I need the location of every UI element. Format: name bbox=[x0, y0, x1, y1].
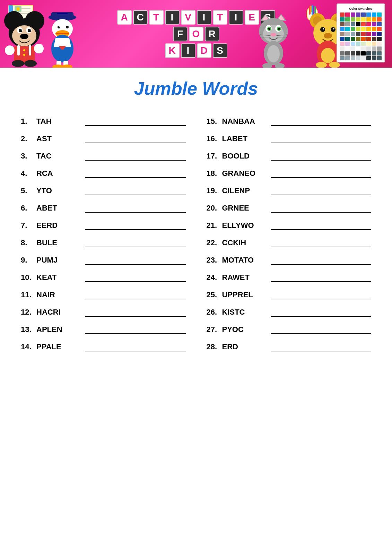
letter-C: C bbox=[133, 10, 148, 25]
svg-point-87 bbox=[321, 48, 335, 63]
word-number: 5. bbox=[21, 186, 36, 195]
answer-line bbox=[85, 177, 186, 178]
svg-point-81 bbox=[320, 27, 325, 32]
word-number: 17. bbox=[207, 152, 222, 161]
answer-line bbox=[271, 351, 372, 351]
word-number: 10. bbox=[21, 273, 36, 282]
svg-point-32 bbox=[24, 60, 37, 67]
word-text: TAC bbox=[36, 152, 81, 161]
list-item: 9. PUMJ bbox=[21, 251, 186, 269]
word-text: ABET bbox=[36, 204, 81, 213]
list-item: 6. ABET bbox=[21, 199, 186, 217]
color-palette-decoration: Color Swatches bbox=[337, 3, 385, 62]
word-text: MOTATO bbox=[222, 256, 267, 265]
list-item: 26. KISTC bbox=[207, 304, 372, 321]
answer-line bbox=[271, 160, 372, 161]
list-item: 10. KEAT bbox=[21, 269, 186, 286]
list-item: 8. BULE bbox=[21, 234, 186, 251]
list-item: 3. TAC bbox=[21, 147, 186, 165]
word-number: 27. bbox=[207, 325, 222, 334]
word-text: UPPREL bbox=[222, 290, 267, 299]
answer-line bbox=[85, 281, 186, 282]
word-text: BOOLD bbox=[222, 152, 267, 161]
answer-line bbox=[85, 333, 186, 334]
list-item: 16. LABET bbox=[207, 130, 372, 147]
words-left-column: 1. TAH 2. AST 3. TAC 4. RCA 5. YTO 6. AB… bbox=[21, 113, 186, 356]
mickey-mouse-character bbox=[3, 5, 45, 68]
answer-line bbox=[85, 247, 186, 247]
letter-S2: S bbox=[213, 43, 227, 58]
word-text: ERD bbox=[222, 342, 267, 351]
word-text: CCKIH bbox=[222, 238, 267, 247]
word-number: 6. bbox=[21, 204, 36, 213]
letter-T2: T bbox=[213, 10, 227, 25]
list-item: 7. EERD bbox=[21, 217, 186, 234]
word-text: PPALE bbox=[36, 342, 81, 351]
list-item: 4. RCA bbox=[21, 165, 186, 182]
word-text: EERD bbox=[36, 221, 81, 230]
word-number: 9. bbox=[21, 256, 36, 265]
answer-line bbox=[85, 316, 186, 317]
svg-point-83 bbox=[323, 28, 324, 29]
list-item: 13. APLEN bbox=[21, 321, 186, 338]
letter-I2: I bbox=[197, 10, 211, 25]
word-number: 1. bbox=[21, 117, 36, 126]
svg-point-22 bbox=[28, 29, 31, 32]
answer-line bbox=[271, 125, 372, 126]
word-number: 16. bbox=[207, 134, 222, 143]
list-item: 22. CCKIH bbox=[207, 234, 372, 251]
word-number: 2. bbox=[21, 134, 36, 143]
svg-point-46 bbox=[59, 26, 60, 27]
words-grid: 1. TAH 2. AST 3. TAC 4. RCA 5. YTO 6. AB… bbox=[21, 113, 371, 356]
list-item: 25. UPPREL bbox=[207, 286, 372, 304]
word-text: PUMJ bbox=[36, 256, 81, 265]
svg-rect-27 bbox=[17, 45, 20, 56]
word-text: KISTC bbox=[222, 308, 267, 317]
word-number: 15. bbox=[207, 117, 222, 126]
list-item: 20. GRNEE bbox=[207, 199, 372, 217]
tom-character bbox=[253, 12, 291, 68]
answer-line bbox=[85, 351, 186, 351]
word-number: 13. bbox=[21, 325, 36, 334]
list-item: 28. ERD bbox=[207, 338, 372, 356]
svg-point-25 bbox=[20, 34, 28, 39]
header-title-block: A C T I V I T I E S F O R K I D S bbox=[117, 10, 275, 58]
word-text: ELLYWO bbox=[222, 221, 267, 230]
word-number: 20. bbox=[207, 204, 222, 213]
list-item: 27. PYOC bbox=[207, 321, 372, 338]
words-right-column: 15. NANBAA 16. LABET 17. BOOLD 18. GRANE… bbox=[207, 113, 372, 356]
answer-line bbox=[85, 212, 186, 213]
list-item: 2. AST bbox=[21, 130, 186, 147]
letter-T: T bbox=[149, 10, 164, 25]
svg-point-24 bbox=[30, 29, 31, 31]
answer-line bbox=[85, 160, 186, 161]
word-number: 21. bbox=[207, 221, 222, 230]
list-item: 21. ELLYWO bbox=[207, 217, 372, 234]
answer-line bbox=[271, 212, 372, 213]
word-number: 25. bbox=[207, 290, 222, 299]
svg-point-85 bbox=[324, 33, 332, 39]
donald-duck-character bbox=[45, 9, 80, 68]
letter-D: D bbox=[197, 43, 211, 58]
answer-line bbox=[271, 316, 372, 317]
word-text: KEAT bbox=[36, 273, 81, 282]
svg-point-21 bbox=[19, 29, 22, 32]
list-item: 5. YTO bbox=[21, 182, 186, 199]
word-text: RAWET bbox=[222, 273, 267, 282]
svg-point-73 bbox=[267, 45, 280, 62]
word-number: 18. bbox=[207, 169, 222, 178]
svg-point-66 bbox=[278, 28, 280, 30]
list-item: 15. NANBAA bbox=[207, 113, 372, 130]
answer-line bbox=[85, 229, 186, 230]
word-number: 24. bbox=[207, 273, 222, 282]
word-number: 7. bbox=[21, 221, 36, 230]
letter-I1: I bbox=[165, 10, 180, 25]
word-number: 19. bbox=[207, 186, 222, 195]
svg-point-34 bbox=[34, 44, 44, 53]
word-text: NANBAA bbox=[222, 117, 267, 126]
answer-line bbox=[271, 299, 372, 299]
letter-A: A bbox=[117, 10, 132, 25]
svg-rect-28 bbox=[29, 45, 31, 56]
word-number: 28. bbox=[207, 342, 222, 351]
word-text: LABET bbox=[222, 134, 267, 143]
